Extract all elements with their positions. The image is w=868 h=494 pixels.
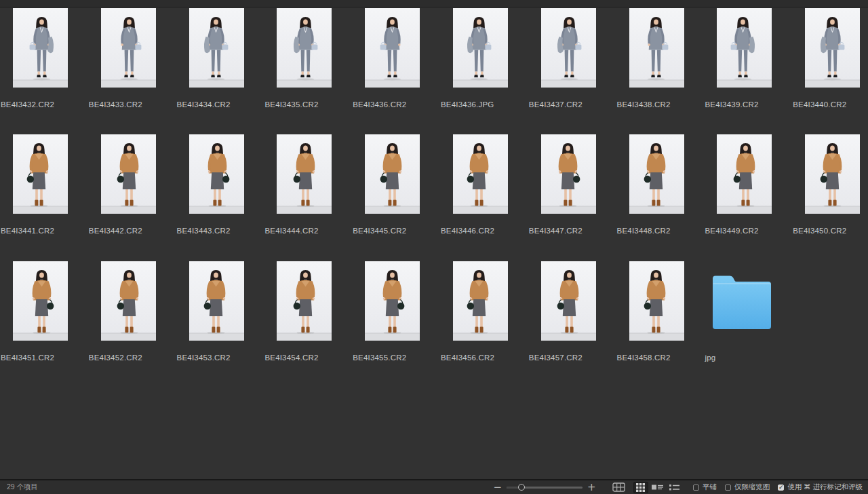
file-name-label[interactable]: BE4I3446.CR2 xyxy=(441,226,494,235)
file-name-label[interactable]: BE4I3454.CR2 xyxy=(264,353,318,362)
file-item[interactable]: BE4I3442.CR2 xyxy=(88,134,176,238)
file-item[interactable]: BE4I3458.CR2 xyxy=(616,261,705,364)
file-item[interactable]: BE4I3433.CR2 xyxy=(88,8,176,111)
file-item[interactable]: BE4I3443.CR2 xyxy=(176,134,264,238)
file-item[interactable]: BE4I3447.CR2 xyxy=(528,134,616,238)
unchecked-checkbox-icon[interactable] xyxy=(725,484,731,491)
grid-view-button[interactable] xyxy=(633,482,648,493)
folder-icon[interactable] xyxy=(711,272,773,332)
file-item[interactable]: BE4I3434.CR2 xyxy=(176,8,264,111)
photo-thumbnail[interactable] xyxy=(189,8,244,88)
photo-thumbnail[interactable] xyxy=(453,134,508,214)
file-item[interactable]: BE4I3452.CR2 xyxy=(88,261,176,364)
file-item[interactable]: BE4I3457.CR2 xyxy=(528,261,616,364)
file-name-label[interactable]: BE4I3436.CR2 xyxy=(353,100,406,109)
file-name-label[interactable]: BE4I3442.CR2 xyxy=(89,226,142,235)
checked-checkbox-icon[interactable]: ✓ xyxy=(778,484,784,491)
tile-checkbox[interactable]: 平铺 xyxy=(693,482,717,492)
file-name-label[interactable]: BE4I3437.CR2 xyxy=(529,100,583,109)
file-item[interactable]: BE4I3437.CR2 xyxy=(528,8,616,111)
photo-thumbnail[interactable] xyxy=(629,134,684,214)
photo-thumbnail[interactable] xyxy=(277,134,332,214)
folder-item[interactable]: jpg xyxy=(704,261,792,364)
file-name-label[interactable]: BE4I3441.CR2 xyxy=(1,226,54,235)
file-name-label[interactable]: BE4I3440.CR2 xyxy=(793,100,846,109)
use-cmd-marking-rating-checkbox[interactable]: ✓使用 ⌘ 进行标记和评级 xyxy=(778,482,863,492)
file-name-label[interactable]: BE4I3457.CR2 xyxy=(529,353,583,362)
photo-thumbnail[interactable] xyxy=(365,134,420,214)
file-name-label[interactable]: BE4I3432.CR2 xyxy=(1,100,54,109)
file-name-label[interactable]: BE4I3456.CR2 xyxy=(441,353,494,362)
photo-thumbnail[interactable] xyxy=(277,261,332,341)
file-name-label[interactable]: BE4I3438.CR2 xyxy=(617,100,671,109)
lock-grid-icon[interactable] xyxy=(612,482,625,492)
unchecked-checkbox-icon[interactable] xyxy=(693,484,699,491)
file-name-label[interactable]: BE4I3433.CR2 xyxy=(89,100,142,109)
file-item[interactable]: BE4I3456.CR2 xyxy=(440,261,528,364)
file-name-label[interactable]: BE4I3439.CR2 xyxy=(705,100,758,109)
file-item[interactable]: BE4I3455.CR2 xyxy=(352,261,440,364)
file-item[interactable]: BE4I3444.CR2 xyxy=(264,134,352,238)
file-name-label[interactable]: BE4I3435.CR2 xyxy=(264,100,318,109)
file-item[interactable]: BE4I3435.CR2 xyxy=(264,8,352,111)
photo-thumbnail[interactable] xyxy=(541,8,596,88)
file-name-label[interactable]: BE4I3453.CR2 xyxy=(177,353,231,362)
file-name-label[interactable]: BE4I3443.CR2 xyxy=(177,226,231,235)
photo-thumbnail[interactable] xyxy=(453,8,508,88)
photo-thumbnail[interactable] xyxy=(453,261,508,341)
file-item[interactable]: BE4I3449.CR2 xyxy=(704,134,792,238)
file-name-label[interactable]: BE4I3455.CR2 xyxy=(353,353,406,362)
photo-thumbnail[interactable] xyxy=(805,8,860,88)
photo-thumbnail[interactable] xyxy=(629,261,684,341)
photo-thumbnail[interactable] xyxy=(629,8,684,88)
photo-thumbnail[interactable] xyxy=(717,134,772,214)
file-name-label[interactable]: BE4I3448.CR2 xyxy=(617,226,671,235)
file-item[interactable]: BE4I3451.CR2 xyxy=(0,261,88,364)
photo-thumbnail[interactable] xyxy=(717,8,772,88)
photo-thumbnail[interactable] xyxy=(541,134,596,214)
file-item[interactable]: BE4I3445.CR2 xyxy=(352,134,440,238)
file-item[interactable]: BE4I3439.CR2 xyxy=(704,8,792,111)
file-item[interactable]: BE4I3438.CR2 xyxy=(616,8,705,111)
file-name-label[interactable]: BE4I3445.CR2 xyxy=(353,226,406,235)
file-name-label[interactable]: BE4I3451.CR2 xyxy=(1,353,54,362)
file-name-label[interactable]: BE4I3444.CR2 xyxy=(264,226,318,235)
thumbnails-only-checkbox[interactable]: 仅限缩览图 xyxy=(725,482,770,492)
file-item[interactable]: BE4I3450.CR2 xyxy=(792,134,868,238)
file-name-label[interactable]: BE4I3458.CR2 xyxy=(617,353,671,362)
file-name-label[interactable]: BE4I3447.CR2 xyxy=(529,226,583,235)
photo-thumbnail[interactable] xyxy=(189,261,244,341)
photo-thumbnail[interactable] xyxy=(101,8,156,88)
file-name-label[interactable]: BE4I3436.JPG xyxy=(441,100,494,109)
thumbnail-size-slider[interactable] xyxy=(507,482,583,492)
file-item[interactable]: BE4I3441.CR2 xyxy=(0,134,88,238)
photo-thumbnail[interactable] xyxy=(805,134,860,214)
photo-thumbnail[interactable] xyxy=(365,261,420,341)
file-item[interactable]: BE4I3454.CR2 xyxy=(264,261,352,364)
file-item[interactable]: BE4I3446.CR2 xyxy=(440,134,528,238)
file-name-label[interactable]: BE4I3450.CR2 xyxy=(793,226,846,235)
photo-thumbnail[interactable] xyxy=(101,261,156,341)
thumbnail-larger-button[interactable]: + xyxy=(587,484,596,491)
file-name-label[interactable]: BE4I3449.CR2 xyxy=(705,226,758,235)
file-item[interactable]: BE4I3448.CR2 xyxy=(616,134,705,238)
list-view-button[interactable] xyxy=(667,482,682,493)
photo-thumbnail[interactable] xyxy=(365,8,420,88)
file-item[interactable]: BE4I3453.CR2 xyxy=(176,261,264,364)
photo-thumbnail[interactable] xyxy=(13,261,68,341)
photo-thumbnail[interactable] xyxy=(277,8,332,88)
file-item[interactable]: BE4I3436.JPG xyxy=(440,8,528,111)
photo-thumbnail[interactable] xyxy=(13,134,68,214)
photo-thumbnail[interactable] xyxy=(189,134,244,214)
file-item[interactable]: BE4I3440.CR2 xyxy=(792,8,868,111)
file-item[interactable]: BE4I3436.CR2 xyxy=(352,8,440,111)
details-view-button[interactable] xyxy=(650,482,665,493)
photo-thumbnail[interactable] xyxy=(541,261,596,341)
photo-thumbnail[interactable] xyxy=(13,8,68,88)
file-name-label[interactable]: jpg xyxy=(705,353,715,362)
photo-thumbnail[interactable] xyxy=(101,134,156,214)
file-name-label[interactable]: BE4I3452.CR2 xyxy=(89,353,142,362)
thumbnail-smaller-button[interactable]: − xyxy=(494,484,502,491)
file-item[interactable]: BE4I3432.CR2 xyxy=(0,8,88,111)
slider-knob[interactable] xyxy=(518,484,525,491)
